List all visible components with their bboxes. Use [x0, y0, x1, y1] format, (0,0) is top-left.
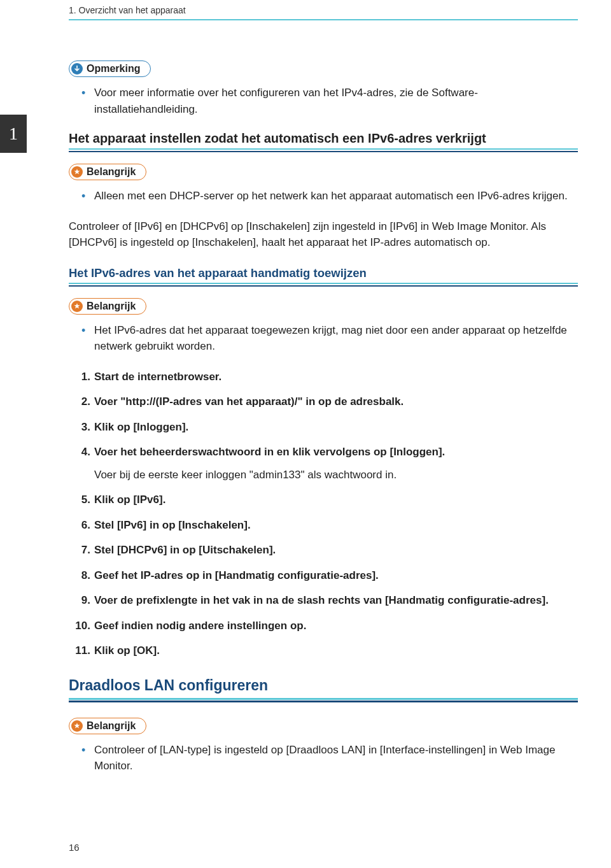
list-item: Alleen met een DHCP-server op het netwer… — [94, 188, 578, 204]
section-rule — [69, 283, 578, 287]
step-substep: Voer bij de eerste keer inloggen "admin1… — [94, 467, 578, 483]
important-label-text: Belangrijk — [87, 720, 136, 732]
note-bullet-list: Voor meer informatie over het configurer… — [69, 85, 578, 117]
important-label-text: Belangrijk — [87, 301, 136, 312]
page-header-breadcrumb: 1. Overzicht van het apparaat — [69, 5, 186, 15]
step-item: Voer het beheerderswachtwoord in en klik… — [94, 444, 578, 483]
section-rule — [69, 148, 578, 152]
note-label-text: Opmerking — [87, 63, 140, 75]
step-item: Stel [DHCPv6] in op [Uitschakelen]. — [94, 542, 578, 559]
section-rule — [69, 698, 578, 702]
important-callout-label: Belangrijk — [69, 164, 146, 180]
important-bullet-list: Het IPv6-adres dat het apparaat toegewez… — [69, 322, 578, 355]
star-icon — [71, 720, 83, 732]
step-item: Klik op [Inloggen]. — [94, 419, 578, 436]
list-item: Voor meer informatie over het configurer… — [94, 85, 578, 117]
important-callout-label: Belangrijk — [69, 298, 146, 315]
list-item: Controleer of [LAN-type] is ingesteld op… — [94, 742, 578, 774]
step-item: Geef indien nodig andere instellingen op… — [94, 618, 578, 634]
header-rule — [69, 19, 578, 20]
section-heading-wlan: Draadloos LAN configureren — [69, 677, 578, 694]
important-bullet-list: Controleer of [LAN-type] is ingesteld op… — [69, 742, 578, 774]
step-item: Klik op [IPv6]. — [94, 492, 578, 508]
section-heading-auto-ipv6: Het apparaat instellen zodat het automat… — [69, 131, 578, 146]
step-item: Start de internetbrowser. — [94, 369, 578, 385]
important-callout-label: Belangrijk — [69, 718, 146, 734]
step-item: Voer "http://(IP-adres van het apparaat)… — [94, 394, 578, 410]
star-icon — [71, 301, 83, 312]
down-arrow-icon — [71, 63, 83, 75]
step-item: Klik op [OK]. — [94, 643, 578, 659]
page-number: 16 — [69, 842, 80, 853]
step-item: Voer de prefixlengte in het vak in na de… — [94, 592, 578, 609]
paragraph: Controleer of [IPv6] en [DHCPv6] op [Ins… — [69, 218, 578, 251]
list-item: Het IPv6-adres dat het apparaat toegewez… — [94, 322, 578, 355]
note-callout-label: Opmerking — [69, 60, 151, 77]
important-bullet-list: Alleen met een DHCP-server op het netwer… — [69, 188, 578, 204]
section-heading-manual-ipv6: Het IPv6-adres van het apparaat handmati… — [69, 266, 578, 280]
page-content: Opmerking Voor meer informatie over het … — [69, 60, 578, 788]
chapter-tab: 1 — [0, 115, 27, 153]
numbered-steps: Start de internetbrowser. Voer "http://(… — [69, 369, 578, 659]
important-label-text: Belangrijk — [87, 166, 136, 178]
step-item: Stel [IPv6] in op [Inschakelen]. — [94, 517, 578, 534]
step-item: Geef het IP-adres op in [Handmatig confi… — [94, 567, 578, 584]
star-icon — [71, 166, 83, 178]
